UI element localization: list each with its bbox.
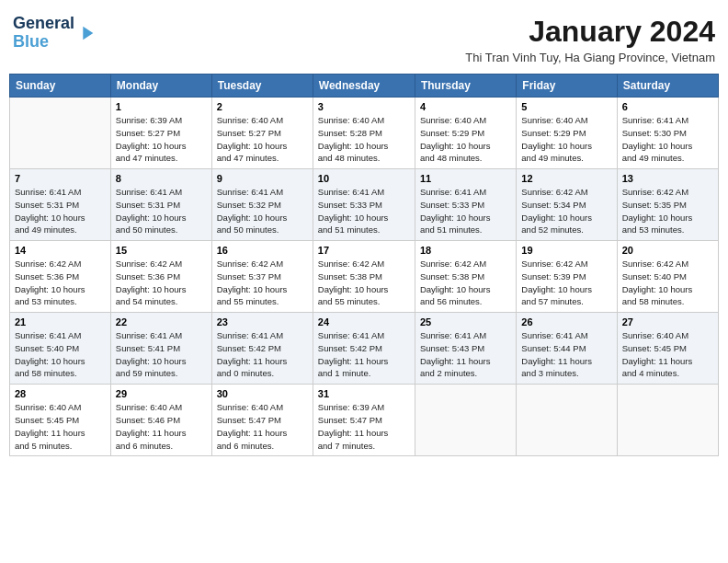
day-number: 24 (318, 316, 410, 327)
calendar-cell: 6Sunrise: 6:41 AMSunset: 5:30 PMDaylight… (617, 98, 718, 169)
calendar-cell (517, 385, 617, 456)
day-info: Sunrise: 6:41 AMSunset: 5:42 PMDaylight:… (217, 329, 308, 380)
day-info: Sunrise: 6:41 AMSunset: 5:30 PMDaylight:… (622, 114, 713, 165)
logo-icon (76, 23, 97, 43)
day-info: Sunrise: 6:40 AMSunset: 5:28 PMDaylight:… (318, 114, 410, 165)
calendar-cell: 11Sunrise: 6:41 AMSunset: 5:33 PMDayligh… (415, 169, 516, 241)
calendar-week-row: 28Sunrise: 6:40 AMSunset: 5:45 PMDayligh… (10, 385, 719, 456)
weekday-header-friday: Friday (517, 75, 617, 98)
day-number: 19 (521, 245, 611, 256)
day-number: 2 (217, 101, 308, 112)
calendar-cell: 27Sunrise: 6:40 AMSunset: 5:45 PMDayligh… (617, 313, 718, 385)
calendar-cell: 26Sunrise: 6:41 AMSunset: 5:44 PMDayligh… (517, 313, 617, 385)
day-number: 28 (15, 388, 106, 399)
day-info: Sunrise: 6:41 AMSunset: 5:43 PMDaylight:… (420, 329, 511, 380)
day-info: Sunrise: 6:41 AMSunset: 5:41 PMDaylight:… (116, 329, 207, 380)
day-number: 26 (521, 316, 611, 327)
day-number: 16 (217, 245, 308, 256)
day-number: 14 (15, 245, 106, 256)
day-info: Sunrise: 6:42 AMSunset: 5:34 PMDaylight:… (521, 186, 611, 236)
day-number: 11 (420, 173, 511, 184)
day-info: Sunrise: 6:42 AMSunset: 5:38 PMDaylight:… (420, 258, 511, 308)
day-number: 15 (116, 245, 207, 256)
day-number: 7 (15, 173, 106, 184)
calendar-cell: 17Sunrise: 6:42 AMSunset: 5:38 PMDayligh… (313, 241, 415, 313)
svg-marker-0 (83, 26, 93, 40)
calendar-cell: 4Sunrise: 6:40 AMSunset: 5:29 PMDaylight… (415, 98, 516, 169)
day-info: Sunrise: 6:39 AMSunset: 5:27 PMDaylight:… (116, 114, 207, 165)
day-number: 22 (116, 316, 207, 327)
day-number: 13 (622, 173, 713, 184)
day-number: 8 (116, 173, 207, 184)
calendar-cell: 18Sunrise: 6:42 AMSunset: 5:38 PMDayligh… (415, 241, 516, 313)
calendar-cell: 8Sunrise: 6:41 AMSunset: 5:31 PMDaylight… (110, 169, 211, 241)
calendar-cell: 14Sunrise: 6:42 AMSunset: 5:36 PMDayligh… (10, 241, 111, 313)
calendar-cell: 19Sunrise: 6:42 AMSunset: 5:39 PMDayligh… (517, 241, 617, 313)
day-info: Sunrise: 6:42 AMSunset: 5:37 PMDaylight:… (217, 258, 308, 308)
calendar-header-row: SundayMondayTuesdayWednesdayThursdayFrid… (10, 75, 719, 98)
day-number: 27 (622, 316, 713, 327)
day-info: Sunrise: 6:41 AMSunset: 5:33 PMDaylight:… (318, 186, 410, 236)
day-info: Sunrise: 6:41 AMSunset: 5:33 PMDaylight:… (420, 186, 511, 236)
day-info: Sunrise: 6:39 AMSunset: 5:47 PMDaylight:… (318, 401, 410, 452)
calendar-cell: 23Sunrise: 6:41 AMSunset: 5:42 PMDayligh… (211, 313, 313, 385)
day-info: Sunrise: 6:41 AMSunset: 5:32 PMDaylight:… (217, 186, 308, 236)
calendar-week-row: 7Sunrise: 6:41 AMSunset: 5:31 PMDaylight… (10, 169, 719, 241)
day-number: 23 (217, 316, 308, 327)
day-number: 30 (217, 388, 308, 399)
calendar-cell (10, 98, 111, 169)
day-info: Sunrise: 6:40 AMSunset: 5:45 PMDaylight:… (15, 401, 106, 452)
calendar-cell: 31Sunrise: 6:39 AMSunset: 5:47 PMDayligh… (313, 385, 415, 456)
day-info: Sunrise: 6:41 AMSunset: 5:40 PMDaylight:… (15, 329, 106, 380)
month-title: January 2024 (465, 15, 715, 49)
day-number: 21 (15, 316, 106, 327)
calendar-cell: 22Sunrise: 6:41 AMSunset: 5:41 PMDayligh… (110, 313, 211, 385)
day-number: 20 (622, 245, 713, 256)
day-info: Sunrise: 6:42 AMSunset: 5:38 PMDaylight:… (318, 258, 410, 308)
calendar-cell (617, 385, 718, 456)
day-info: Sunrise: 6:41 AMSunset: 5:31 PMDaylight:… (15, 186, 106, 236)
day-info: Sunrise: 6:40 AMSunset: 5:46 PMDaylight:… (116, 401, 207, 452)
calendar-cell: 30Sunrise: 6:40 AMSunset: 5:47 PMDayligh… (211, 385, 313, 456)
day-info: Sunrise: 6:40 AMSunset: 5:47 PMDaylight:… (217, 401, 308, 452)
calendar-week-row: 14Sunrise: 6:42 AMSunset: 5:36 PMDayligh… (10, 241, 719, 313)
weekday-header-monday: Monday (110, 75, 211, 98)
calendar-cell: 29Sunrise: 6:40 AMSunset: 5:46 PMDayligh… (110, 385, 211, 456)
day-number: 1 (116, 101, 207, 112)
day-number: 17 (318, 245, 410, 256)
day-number: 25 (420, 316, 511, 327)
weekday-header-saturday: Saturday (617, 75, 718, 98)
calendar-cell: 16Sunrise: 6:42 AMSunset: 5:37 PMDayligh… (211, 241, 313, 313)
calendar-cell: 9Sunrise: 6:41 AMSunset: 5:32 PMDaylight… (211, 169, 313, 241)
day-info: Sunrise: 6:42 AMSunset: 5:39 PMDaylight:… (521, 258, 611, 308)
calendar-cell: 25Sunrise: 6:41 AMSunset: 5:43 PMDayligh… (415, 313, 516, 385)
calendar-cell: 5Sunrise: 6:40 AMSunset: 5:29 PMDaylight… (517, 98, 617, 169)
day-number: 29 (116, 388, 207, 399)
day-number: 9 (217, 173, 308, 184)
page-header: GeneralBlue January 2024 Thi Tran Vinh T… (9, 9, 719, 70)
calendar-cell: 1Sunrise: 6:39 AMSunset: 5:27 PMDaylight… (110, 98, 211, 169)
calendar-cell: 20Sunrise: 6:42 AMSunset: 5:40 PMDayligh… (617, 241, 718, 313)
calendar-cell: 7Sunrise: 6:41 AMSunset: 5:31 PMDaylight… (10, 169, 111, 241)
day-info: Sunrise: 6:41 AMSunset: 5:42 PMDaylight:… (318, 329, 410, 380)
calendar-cell: 28Sunrise: 6:40 AMSunset: 5:45 PMDayligh… (10, 385, 111, 456)
day-info: Sunrise: 6:40 AMSunset: 5:45 PMDaylight:… (622, 329, 713, 380)
title-section: January 2024 Thi Tran Vinh Tuy, Ha Giang… (465, 15, 715, 64)
weekday-header-wednesday: Wednesday (313, 75, 415, 98)
day-info: Sunrise: 6:42 AMSunset: 5:40 PMDaylight:… (622, 258, 713, 308)
weekday-header-thursday: Thursday (415, 75, 516, 98)
day-info: Sunrise: 6:42 AMSunset: 5:36 PMDaylight:… (15, 258, 106, 308)
location-subtitle: Thi Tran Vinh Tuy, Ha Giang Province, Vi… (465, 51, 715, 64)
calendar-week-row: 1Sunrise: 6:39 AMSunset: 5:27 PMDaylight… (10, 98, 719, 169)
calendar-cell: 15Sunrise: 6:42 AMSunset: 5:36 PMDayligh… (110, 241, 211, 313)
day-number: 12 (521, 173, 611, 184)
day-number: 6 (622, 101, 713, 112)
day-info: Sunrise: 6:41 AMSunset: 5:31 PMDaylight:… (116, 186, 207, 236)
calendar-cell: 13Sunrise: 6:42 AMSunset: 5:35 PMDayligh… (617, 169, 718, 241)
calendar-cell: 10Sunrise: 6:41 AMSunset: 5:33 PMDayligh… (313, 169, 415, 241)
calendar-cell (415, 385, 516, 456)
day-number: 4 (420, 101, 511, 112)
day-info: Sunrise: 6:40 AMSunset: 5:29 PMDaylight:… (420, 114, 511, 165)
calendar-table: SundayMondayTuesdayWednesdayThursdayFrid… (9, 74, 719, 456)
logo: GeneralBlue (13, 15, 97, 52)
